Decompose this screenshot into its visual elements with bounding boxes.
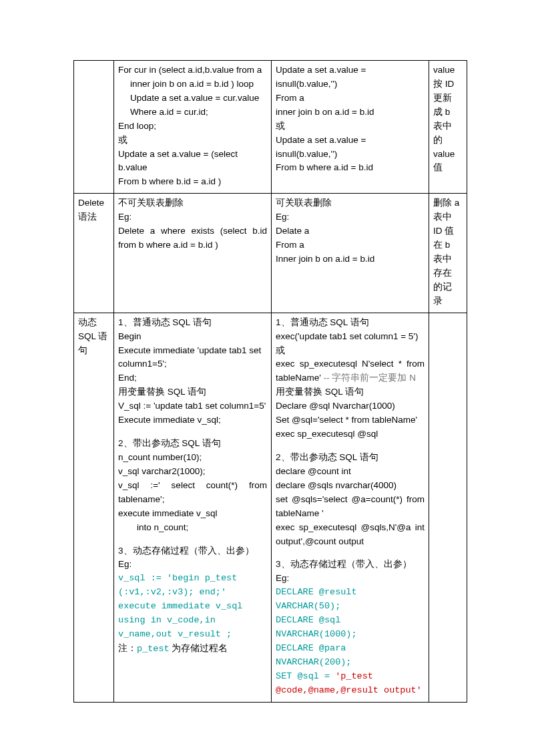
text-line: Update a set a.value = cur.value [118, 91, 267, 106]
text-line: inner join b on a.id = b.id ) loop [118, 77, 267, 91]
table-row: 动态SQL 语句1、普通动态 SQL 语句BeginExecute immedi… [74, 313, 467, 702]
text-line: using in v_code,in [118, 614, 267, 628]
text-line: set @sqls='select @a=count(*) from table… [276, 493, 425, 521]
text-line: 3、动态存储过程（带入、出参） [276, 558, 425, 572]
text-line: VARCHAR(50); [276, 600, 425, 614]
text-line: v_name,out v_result ; [118, 628, 267, 642]
text-line: Set @sql='select * from tableName' [276, 413, 425, 427]
text-line: Update a set a.value = (select b.value [118, 148, 267, 176]
text-line: Delete a where exists (select b.id from … [118, 224, 267, 252]
text-line: 存在 [433, 266, 463, 280]
text-line: NVARCHAR(200); [276, 656, 425, 670]
text-line [118, 427, 267, 437]
text-line: NVARCHAR(1000); [276, 628, 425, 642]
text-line: 用变量替换 SQL 语句 [118, 385, 267, 399]
text-line: End loop; [118, 120, 267, 134]
text-line: Eg: [118, 558, 267, 572]
text-line: (:v1,:v2,:v3); end;' [118, 586, 267, 600]
text-line: exec sp_executesql N'select * from table… [276, 357, 425, 385]
text-line: From b where a.id = b.id [276, 161, 425, 175]
text-line: 或 [276, 344, 425, 358]
text-line: Delete [78, 196, 109, 210]
text-line: SET @sql = 'p_test [276, 670, 425, 684]
text-line: into n_count; [118, 521, 267, 535]
text-line: execute immediate v_sql [118, 600, 267, 614]
sqlserver-cell: 1、普通动态 SQL 语句exec('update tab1 set colum… [272, 313, 429, 702]
text-line: declare @sqls nvarchar(4000) [276, 479, 425, 493]
text-line: From b where b.id = a.id ) [118, 175, 267, 189]
text-line: For cur in (select a.id,b.value from a [118, 63, 267, 77]
text-line: 或 [276, 120, 425, 134]
text-line [118, 535, 267, 544]
note-cell: 删除 a表中ID 值在 b表中存在的记录 [429, 194, 467, 313]
text-line: DECLARE @para [276, 642, 425, 656]
text-line: 按 ID [433, 77, 463, 91]
table-row: Delete语法不可关联表删除Eg:Delete a where exists … [74, 194, 467, 313]
text-line: DECLARE @sql [276, 614, 425, 628]
text-line: 2、带出参动态 SQL 语句 [276, 451, 425, 465]
text-line: v_sql := 'begin p_test [118, 572, 267, 586]
text-line: 注：p_test 为存储过程名 [118, 642, 267, 656]
text-line: value [433, 148, 463, 162]
text-line: exec('update tab1 set column1 = 5') [276, 330, 425, 344]
text-line: execute immediate v_sql [118, 507, 267, 521]
text-line: value [433, 63, 463, 77]
text-line: 删除 a [433, 196, 463, 210]
text-line: 可关联表删除 [276, 196, 425, 210]
text-line: exec sp_executesql @sql [276, 427, 425, 441]
text-line: exec sp_executesql @sqls,N'@a int output… [276, 521, 425, 549]
oracle-cell: 1、普通动态 SQL 语句BeginExecute immediate 'upd… [114, 313, 272, 702]
text-line: Update a set a.value = isnull(b.value,''… [276, 63, 425, 91]
document-page: For cur in (select a.id,b.value from ain… [0, 0, 534, 756]
text-line: 的记 [433, 280, 463, 295]
text-line: 2、带出参动态 SQL 语句 [118, 437, 267, 451]
row-label-cell: Delete语法 [74, 194, 114, 313]
text-line: End; [118, 371, 267, 385]
text-line: From a [276, 91, 425, 106]
sqlserver-cell: Update a set a.value = isnull(b.value,''… [272, 61, 429, 194]
row-label-cell [74, 61, 114, 194]
text-line: 语法 [78, 210, 109, 224]
text-line: 表中 [433, 210, 463, 224]
text-line: @code,@name,@result output' [276, 684, 425, 698]
text-line: V_sql := 'update tab1 set column1=5' [118, 399, 267, 413]
text-line: Where a.id = cur.id; [118, 106, 267, 120]
text-line: Eg: [276, 210, 425, 224]
text-line: 成 b [433, 106, 463, 120]
text-line: Execute immediate 'update tab1 set colum… [118, 344, 267, 372]
text-line: Update a set a.value = isnull(b.value,''… [276, 134, 425, 162]
text-line: ID 值 [433, 224, 463, 238]
text-line [276, 548, 425, 558]
note-cell: value按 ID更新成 b表中的value值 [429, 61, 467, 194]
text-line: v_sql :=' select count(*) from tablename… [118, 479, 267, 507]
text-line: 表中 [433, 120, 463, 134]
text-line: 录 [433, 295, 463, 309]
text-line: v_sql varchar2(1000); [118, 465, 267, 479]
text-line: 动态 [78, 316, 109, 330]
text-line [276, 441, 425, 451]
text-line: 在 b [433, 238, 463, 252]
text-line: Begin [118, 330, 267, 344]
text-line: Eg: [118, 210, 267, 224]
sql-comparison-table: For cur in (select a.id,b.value from ain… [73, 60, 467, 703]
note-cell [429, 313, 467, 702]
text-line: 1、普通动态 SQL 语句 [276, 316, 425, 330]
text-line: Inner join b on a.id = b.id [276, 252, 425, 266]
text-line: inner join b on a.id = b.id [276, 106, 425, 120]
text-line: 更新 [433, 91, 463, 106]
text-line: From a [276, 238, 425, 252]
text-line: SQL 语 [78, 330, 109, 344]
text-line: 的 [433, 134, 463, 148]
table-row: For cur in (select a.id,b.value from ain… [74, 61, 467, 194]
text-line: 值 [433, 161, 463, 175]
text-line: n_count number(10); [118, 451, 267, 465]
text-line: Eg: [276, 572, 425, 586]
text-line: 3、动态存储过程（带入、出参） [118, 544, 267, 558]
sqlserver-cell: 可关联表删除Eg:Delate aFrom aInner join b on a… [272, 194, 429, 313]
text-line: Execute immediate v_sql; [118, 413, 267, 427]
text-line: DECLARE @result [276, 586, 425, 600]
oracle-cell: 不可关联表删除Eg:Delete a where exists (select … [114, 194, 272, 313]
text-line: 用变量替换 SQL 语句 [276, 385, 425, 399]
text-line: 或 [118, 134, 267, 148]
text-line: Declare @sql Nvarchar(1000) [276, 399, 425, 413]
